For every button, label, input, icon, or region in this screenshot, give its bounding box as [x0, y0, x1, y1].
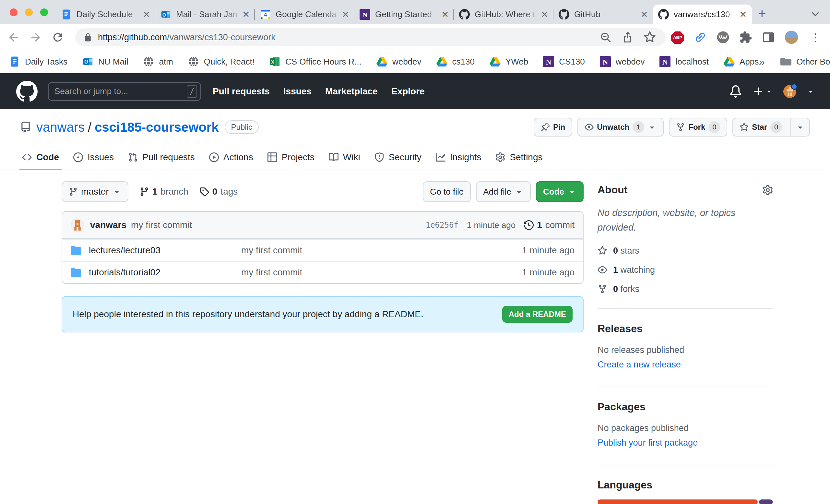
bookmark-cs130-nu[interactable]: NCS130	[543, 56, 585, 67]
tab-security[interactable]: Security	[368, 145, 428, 169]
bookmark-webdev-drive[interactable]: webdev	[376, 56, 421, 67]
browser-tab-calendar[interactable]: 4 Google Calenda ✕	[255, 4, 354, 24]
chevron-down-icon[interactable]	[807, 88, 814, 95]
close-tab-icon[interactable]: ✕	[739, 9, 747, 20]
tab-projects[interactable]: Projects	[260, 145, 322, 169]
github-profile-avatar[interactable]	[783, 85, 796, 98]
add-readme-button[interactable]: Add a README	[502, 306, 573, 323]
language-bar[interactable]	[598, 500, 773, 504]
bookmark-daily-tasks[interactable]: Daily Tasks	[9, 56, 67, 67]
back-icon[interactable]	[7, 31, 20, 44]
github-logo-icon[interactable]	[16, 81, 38, 102]
browser-tab-github-where[interactable]: GitHub: Where t ✕	[454, 4, 553, 24]
file-commit-message-link[interactable]: my first commit	[241, 245, 522, 256]
extensions-puzzle-icon[interactable]	[739, 31, 752, 44]
window-controls[interactable]	[10, 8, 48, 16]
commit-message-link[interactable]: my first commit	[131, 220, 192, 230]
tab-settings[interactable]: Settings	[488, 145, 549, 169]
bookmark-cs130-drive[interactable]: cs130	[437, 56, 475, 67]
bookmark-apps[interactable]: Apps	[724, 56, 759, 67]
bookmark-quick-react[interactable]: Quick, React!	[188, 56, 255, 67]
close-window-button[interactable]	[10, 8, 18, 16]
bookmarks-overflow-icon[interactable]: »	[759, 56, 773, 68]
close-tab-icon[interactable]: ✕	[441, 9, 449, 20]
stars-stat-link[interactable]: 0 stars	[598, 246, 773, 256]
fork-button[interactable]: Fork 0	[669, 118, 727, 136]
file-name-link[interactable]: tutorials/tutorial02	[89, 267, 241, 278]
zoom-out-icon[interactable]	[600, 31, 612, 43]
maximize-window-button[interactable]	[40, 8, 48, 16]
forks-stat-link[interactable]: 0 forks	[598, 284, 773, 294]
bookmark-nu-mail[interactable]: ONU Mail	[82, 56, 128, 67]
tab-pull-requests[interactable]: Pull requests	[121, 145, 202, 169]
new-tab-button[interactable]: +	[758, 7, 766, 21]
wave-extension-icon[interactable]	[716, 31, 730, 44]
unwatch-button[interactable]: Unwatch 1	[577, 118, 664, 136]
branches-link[interactable]: 1 branch	[139, 187, 188, 197]
tab-search-chevron-icon[interactable]	[810, 8, 821, 20]
tags-link[interactable]: 0 tags	[199, 187, 238, 197]
share-icon[interactable]	[621, 31, 634, 43]
bookmark-atm[interactable]: atm	[143, 56, 173, 67]
sidebar-panel-icon[interactable]	[762, 31, 775, 44]
tab-code[interactable]: Code	[15, 145, 66, 169]
nav-marketplace[interactable]: Marketplace	[325, 86, 378, 97]
browser-menu-icon[interactable]: ⋮	[808, 31, 823, 44]
tab-insights[interactable]: Insights	[428, 145, 488, 169]
commit-sha-link[interactable]: 1e6256f	[426, 221, 458, 230]
branch-selector[interactable]: master	[62, 181, 128, 202]
table-row[interactable]: lectures/lecture03 my first commit 1 min…	[62, 239, 583, 261]
watching-stat-link[interactable]: 1 watching	[598, 265, 773, 275]
gear-icon[interactable]	[763, 185, 773, 195]
reload-icon[interactable]	[51, 31, 64, 44]
other-bookmarks-folder[interactable]: Other Bookmarks	[780, 56, 830, 67]
url-text[interactable]: https://github.com/vanwars/cs130-coursew…	[98, 32, 595, 42]
browser-profile-avatar[interactable]	[785, 30, 798, 44]
browser-tab-mail[interactable]: O Mail - Sarah Jan ✕	[155, 4, 255, 24]
star-dropdown[interactable]	[791, 118, 809, 136]
tab-issues[interactable]: Issues	[66, 145, 121, 169]
bookmark-webdev-nu[interactable]: Nwebdev	[600, 56, 645, 67]
commit-author-avatar[interactable]	[71, 218, 84, 232]
commit-history-link[interactable]: 1 commit	[524, 220, 575, 230]
publish-package-link[interactable]: Publish your first package	[598, 438, 773, 448]
file-name-link[interactable]: lectures/lecture03	[89, 245, 241, 256]
forward-icon[interactable]	[29, 31, 42, 44]
address-bar[interactable]: https://github.com/vanwars/cs130-coursew…	[75, 28, 665, 46]
tab-actions[interactable]: Actions	[202, 145, 260, 169]
bookmark-yweb[interactable]: YWeb	[489, 56, 528, 67]
commit-author-link[interactable]: vanwars	[90, 220, 126, 230]
go-to-file-button[interactable]: Go to file	[423, 181, 471, 202]
close-tab-icon[interactable]: ✕	[242, 9, 250, 20]
code-button[interactable]: Code	[536, 181, 583, 202]
adblock-plus-icon[interactable]: ABP	[671, 31, 684, 44]
browser-tab-getting-started[interactable]: N Getting Started ✕	[354, 4, 454, 24]
link-extension-icon[interactable]	[694, 31, 707, 44]
notifications-bell-icon[interactable]	[730, 85, 742, 98]
browser-tab-active-vanwars[interactable]: vanwars/cs130- ✕	[653, 4, 752, 24]
close-tab-icon[interactable]: ✕	[541, 9, 548, 20]
close-tab-icon[interactable]: ✕	[143, 9, 150, 20]
add-file-button[interactable]: Add file	[476, 181, 531, 202]
create-release-link[interactable]: Create a new release	[598, 360, 773, 370]
create-new-button[interactable]	[753, 86, 772, 97]
browser-tab-github[interactable]: GitHub ✕	[553, 4, 653, 24]
repo-name-link[interactable]: csci185-coursework	[95, 120, 219, 135]
close-tab-icon[interactable]: ✕	[640, 9, 648, 20]
star-button[interactable]: Star 0	[732, 118, 810, 136]
table-row[interactable]: tutorials/tutorial02 my first commit 1 m…	[62, 261, 583, 283]
bookmark-cs-office-hours[interactable]: XCS Office Hours R...	[269, 56, 361, 67]
close-tab-icon[interactable]: ✕	[342, 9, 349, 20]
nav-explore[interactable]: Explore	[391, 86, 425, 97]
minimize-window-button[interactable]	[25, 8, 33, 16]
file-commit-message-link[interactable]: my first commit	[241, 267, 522, 278]
bookmark-localhost[interactable]: Nlocalhost	[660, 56, 709, 67]
nav-pull-requests[interactable]: Pull requests	[213, 86, 270, 97]
repo-owner-link[interactable]: vanwars	[36, 120, 85, 135]
browser-tab-daily-schedule[interactable]: Daily Schedule - ✕	[56, 4, 155, 24]
pin-button[interactable]: Pin	[534, 118, 572, 136]
tab-wiki[interactable]: Wiki	[322, 145, 368, 169]
nav-issues[interactable]: Issues	[283, 86, 312, 97]
bookmark-star-icon[interactable]	[644, 31, 656, 43]
github-search-input[interactable]: Search or jump to... /	[48, 82, 201, 101]
